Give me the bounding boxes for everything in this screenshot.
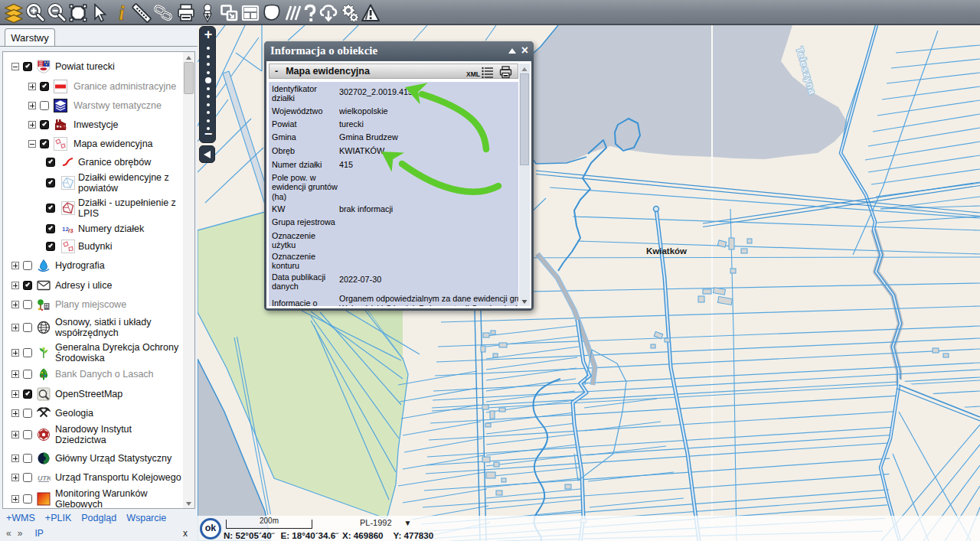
- svg-text:Kwiatków: Kwiatków: [646, 246, 687, 256]
- svg-text:/3: /3: [68, 227, 74, 234]
- svg-text:i: i: [119, 3, 125, 23]
- svg-text:UTK: UTK: [38, 474, 51, 482]
